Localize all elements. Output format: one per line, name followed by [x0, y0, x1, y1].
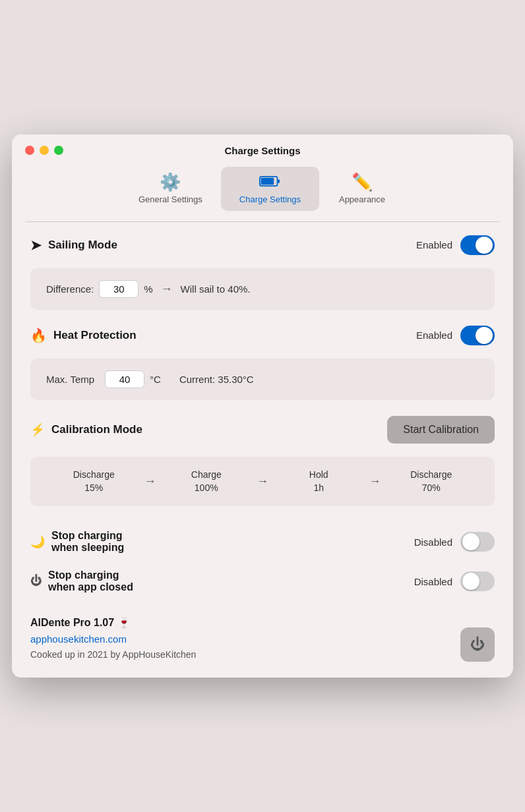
sailing-mode-title: ➤ Sailing Mode — [30, 237, 117, 253]
temp-unit-label: °C — [150, 374, 161, 385]
gear-icon: ⚙️ — [160, 173, 181, 190]
calibration-steps: Discharge15% → Charge100% → Hold1h → Dis… — [46, 469, 479, 494]
maximize-button[interactable] — [54, 146, 63, 155]
sailing-mode-row: ➤ Sailing Mode Enabled — [30, 235, 495, 255]
calib-step-charge-100: Charge100% — [159, 469, 255, 494]
stop-sleeping-title: 🌙 Stop chargingwhen sleeping — [30, 530, 124, 554]
toggle-knob-heat — [476, 327, 493, 344]
tab-bar: ⚙️ General Settings Charge Settings ✏️ A… — [12, 164, 513, 221]
svg-rect-2 — [278, 179, 280, 183]
bottom-section: 🌙 Stop chargingwhen sleeping Disabled ⏻ … — [30, 522, 495, 601]
stop-app-closed-status: Disabled — [414, 576, 452, 587]
titlebar: Charge Settings — [12, 134, 513, 164]
heat-info-row: Max. Temp °C Current: 35.30°C — [46, 370, 479, 388]
max-temp-input[interactable] — [105, 370, 144, 388]
tab-appearance[interactable]: ✏️ Appearance — [319, 167, 405, 211]
calibration-icon: ⚡ — [30, 422, 45, 437]
will-sail-label: Will sail to 40%. — [181, 283, 251, 295]
sailing-info-box: Difference: % → Will sail to 40%. — [30, 268, 495, 310]
calibration-mode-row: ⚡ Calibration Mode Start Calibration — [30, 416, 495, 444]
toggle-knob — [476, 237, 493, 254]
footer-cooked: Cooked up in 2021 by AppHouseKitchen — [30, 647, 196, 662]
moon-icon: 🌙 — [30, 535, 45, 549]
sailing-mode-right: Enabled — [416, 235, 495, 255]
arrow-icon: → — [161, 282, 173, 296]
sailing-icon: ➤ — [30, 237, 42, 253]
calib-step-charge-100-label: Charge100% — [191, 469, 222, 494]
footer-info: AlDente Pro 1.07 🍷 apphousekitchen.com C… — [30, 614, 196, 662]
tab-appearance-label: Appearance — [339, 194, 385, 204]
stop-sleeping-label: Stop chargingwhen sleeping — [51, 530, 124, 554]
stop-app-closed-right: Disabled — [414, 571, 495, 591]
sailing-mode-toggle[interactable] — [460, 235, 495, 255]
tab-charge-settings[interactable]: Charge Settings — [221, 167, 319, 211]
calib-step-hold-1h: Hold1h — [271, 469, 367, 494]
calib-step-discharge-15-label: Discharge15% — [73, 469, 115, 494]
tab-general-settings[interactable]: ⚙️ General Settings — [120, 167, 221, 211]
footer: AlDente Pro 1.07 🍷 apphousekitchen.com C… — [12, 614, 513, 662]
brush-icon: ✏️ — [352, 173, 373, 190]
stop-sleeping-toggle[interactable] — [460, 532, 495, 552]
difference-input[interactable] — [99, 280, 139, 298]
difference-label: Difference: — [46, 283, 94, 295]
stop-app-closed-row: ⏻ Stop chargingwhen app closed Disabled — [30, 562, 495, 601]
sailing-info-row: Difference: % → Will sail to 40%. — [46, 280, 479, 298]
tab-general-label: General Settings — [139, 194, 202, 204]
stop-app-closed-title: ⏻ Stop chargingwhen app closed — [30, 569, 133, 593]
traffic-lights — [25, 146, 63, 155]
calib-step-hold-1h-label: Hold1h — [309, 469, 328, 494]
heat-protection-row: 🔥 Heat Protection Enabled — [30, 326, 495, 345]
toggle-knob-sleep — [462, 533, 479, 550]
calib-step-discharge-15: Discharge15% — [46, 469, 142, 494]
minimize-button[interactable] — [40, 146, 49, 155]
stop-app-closed-label: Stop chargingwhen app closed — [48, 569, 133, 593]
heat-protection-right: Enabled — [416, 326, 495, 345]
footer-link[interactable]: apphousekitchen.com — [30, 633, 127, 645]
tab-charge-label: Charge Settings — [239, 194, 301, 204]
sailing-mode-label: Sailing Mode — [48, 239, 117, 252]
current-temp-label: Current: 35.30°C — [179, 374, 254, 385]
calib-step-discharge-70: Discharge70% — [384, 469, 479, 494]
power-circle-icon: ⏻ — [30, 575, 42, 588]
svg-rect-1 — [261, 178, 274, 185]
battery-icon — [259, 173, 280, 190]
stop-sleeping-row: 🌙 Stop chargingwhen sleeping Disabled — [30, 522, 495, 562]
calib-step-discharge-70-label: Discharge70% — [410, 469, 452, 494]
power-button[interactable]: ⏻ — [460, 627, 495, 662]
heat-protection-label: Heat Protection — [53, 329, 137, 342]
stop-sleeping-status: Disabled — [414, 536, 452, 548]
calibration-mode-label: Calibration Mode — [51, 423, 142, 436]
calibration-mode-title: ⚡ Calibration Mode — [30, 422, 142, 437]
calib-arrow-3: → — [369, 473, 381, 490]
max-temp-label: Max. Temp — [46, 374, 94, 385]
start-calibration-button[interactable]: Start Calibration — [387, 416, 495, 444]
app-window: Charge Settings ⚙️ General Settings Char… — [12, 134, 513, 678]
tab-divider — [25, 221, 500, 222]
main-content: ➤ Sailing Mode Enabled Difference: % → W… — [12, 235, 513, 601]
heat-protection-status: Enabled — [416, 330, 452, 341]
app-name: AlDente Pro 1.07 🍷 — [30, 614, 196, 631]
calibration-info-box: Discharge15% → Charge100% → Hold1h → Dis… — [30, 457, 495, 506]
calib-arrow-1: → — [144, 473, 156, 490]
calib-arrow-2: → — [257, 473, 268, 490]
heat-info-box: Max. Temp °C Current: 35.30°C — [30, 359, 495, 400]
heat-protection-toggle[interactable] — [460, 326, 495, 345]
heat-protection-title: 🔥 Heat Protection — [30, 328, 137, 343]
toggle-knob-app — [462, 573, 479, 590]
power-icon: ⏻ — [470, 636, 485, 653]
stop-app-closed-toggle[interactable] — [460, 571, 495, 591]
window-title: Charge Settings — [224, 145, 300, 156]
close-button[interactable] — [25, 146, 34, 155]
percent-label: % — [144, 283, 152, 295]
flame-icon: 🔥 — [30, 328, 47, 343]
stop-sleeping-right: Disabled — [414, 532, 495, 552]
sailing-mode-status: Enabled — [416, 239, 452, 250]
